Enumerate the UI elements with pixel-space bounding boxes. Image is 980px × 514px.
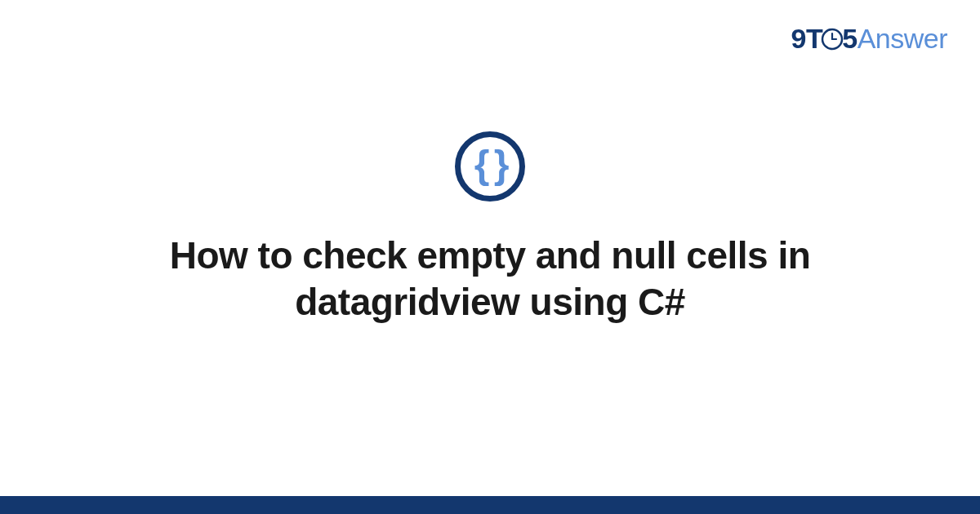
footer-bar <box>0 496 980 514</box>
page-title: How to check empty and null cells in dat… <box>114 233 866 326</box>
braces-glyph: { } <box>474 145 506 184</box>
main-content: { } How to check empty and null cells in… <box>0 0 980 514</box>
code-braces-icon: { } <box>455 131 525 202</box>
